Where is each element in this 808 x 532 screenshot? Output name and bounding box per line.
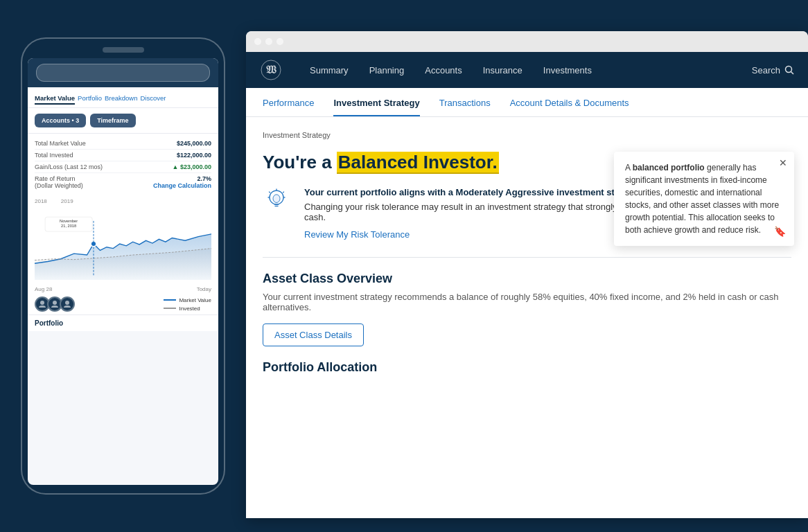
phone-search-bar [28,58,218,87]
nav-summary[interactable]: Summary [310,65,349,76]
phone-mockup: Market Value Portfolio Breakdown Discove… [21,37,225,495]
page-title: Investment Strategy [263,131,791,139]
avatar-3 [60,296,75,312]
phone-legend-row: Market Value Invested [28,294,218,314]
svg-text:21, 2018: 21, 2018 [61,224,76,228]
svg-line-17 [283,192,284,193]
hero-heading-highlight: Balanced Investor. [337,152,499,174]
browser-window: 𝔚 Summary Planning Accounts Insurance In… [246,31,808,518]
tab-performance[interactable]: Performance [263,88,314,116]
phone-inner: Market Value Portfolio Breakdown Discove… [28,58,218,485]
tab-transactions[interactable]: Transactions [439,88,491,116]
phone-tabs: Market Value Portfolio Breakdown Discove… [28,87,218,108]
phone-footer-label: Portfolio [28,314,218,331]
titlebar-dot-2 [265,38,272,45]
nav-planning[interactable]: Planning [369,65,405,76]
portfolio-section-title: Portfolio Allocation [263,360,791,375]
phone-notch [103,47,144,53]
svg-point-5 [40,301,44,305]
tooltip-popup: ✕ A balanced portfolio generally has sig… [614,152,794,246]
phone-tab-discover[interactable]: Discover [140,93,166,105]
accounts-button[interactable]: Accounts • 3 [35,114,86,127]
asset-class-details-button[interactable]: Asset Class Details [263,323,364,346]
chart-legend: Market Value Invested [164,297,211,312]
svg-point-20 [273,195,280,203]
bulb-icon [263,187,290,215]
tab-investment-strategy[interactable]: Investment Strategy [333,88,419,116]
svg-point-10 [786,66,792,73]
stat-row-invested: Total Invested $122,000.00 [35,150,211,161]
browser-tabs: Performance Investment Strategy Transact… [246,88,808,117]
tooltip-bookmark-icon[interactable]: 🔖 [774,224,786,239]
chart-dates: Aug 28 Today [35,285,211,294]
browser-titlebar [246,31,808,52]
legend-line-gray [164,308,176,309]
stat-row-rate: Rate of Return (Dollar Weighted) 2.7% Ch… [35,173,211,191]
svg-line-16 [269,192,270,193]
svg-text:𝔚: 𝔚 [266,64,276,76]
nav-accounts[interactable]: Accounts [425,65,462,76]
phone-tab-breakdown[interactable]: Breakdown [105,93,138,105]
phone-tab-market-value[interactable]: Market Value [35,93,75,105]
phone-controls: Accounts • 3 Timeframe [28,108,218,133]
phone-search-input[interactable] [36,64,210,82]
tab-account-details[interactable]: Account Details & Documents [510,88,629,116]
logo-icon: 𝔚 [260,59,282,81]
svg-point-6 [53,301,57,305]
browser-content: Investment Strategy You're a Balanced In… [246,117,808,514]
titlebar-dot-3 [276,38,283,45]
search-icon [784,65,794,75]
browser-nav: 𝔚 Summary Planning Accounts Insurance In… [246,52,808,88]
asset-section-title: Asset Class Overview [263,272,791,286]
legend-line-blue [164,299,176,301]
tooltip-close-button[interactable]: ✕ [779,157,787,168]
nav-search[interactable]: Search [752,65,794,76]
timeframe-button[interactable]: Timeframe [90,114,135,127]
phone-tab-portfolio[interactable]: Portfolio [78,93,102,105]
titlebar-dot-1 [254,38,261,45]
nav-investments[interactable]: Investments [543,65,592,76]
svg-text:November: November [60,219,78,223]
phone-avatars [35,296,75,312]
asset-section-desc: Your current investment strategy recomme… [263,292,791,312]
chart-svg: November 21, 2018 [35,206,211,282]
nav-insurance[interactable]: Insurance [483,65,522,76]
svg-point-7 [65,301,69,305]
chart-years: 2018 2019 [35,198,211,206]
phone-stats: Total Market Value $245,000.00 Total Inv… [28,133,218,195]
review-risk-link[interactable]: Review My Risk Tolerance [304,229,410,240]
stat-row-market-value: Total Market Value $245,000.00 [35,138,211,150]
svg-line-11 [791,72,794,75]
divider [263,257,791,258]
stat-row-gain-loss: Gain/Loss (Last 12 mos) ▲ $23,000.00 [35,161,211,173]
tooltip-text: A balanced portfolio generally has signi… [625,161,783,236]
asset-section: Asset Class Overview Your current invest… [263,272,791,346]
phone-chart: 2018 2019 [28,195,218,294]
